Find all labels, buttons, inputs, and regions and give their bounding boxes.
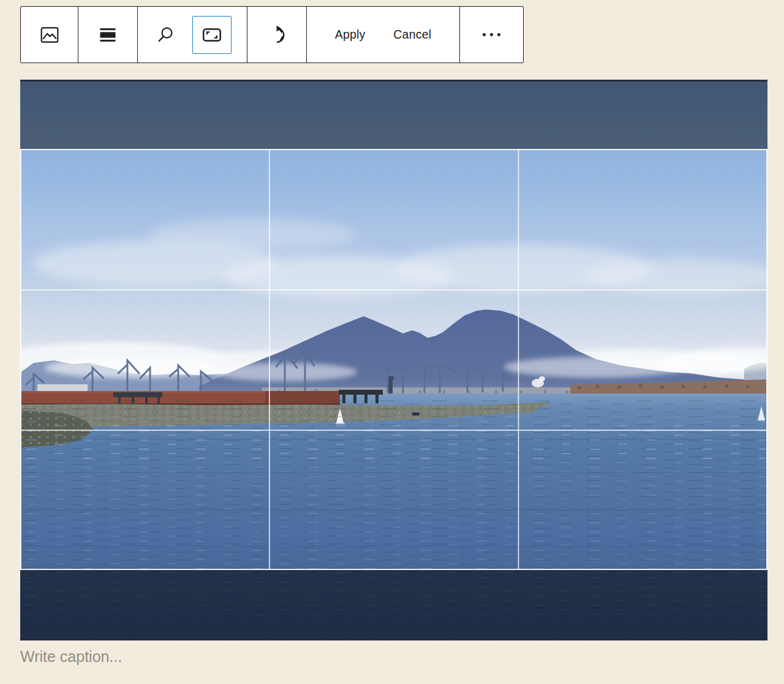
rotate-button[interactable]: [265, 23, 289, 47]
photo-scene: [20, 80, 767, 640]
image-block-type-button[interactable]: [37, 23, 62, 47]
image-icon: [37, 23, 62, 47]
cancel-button[interactable]: Cancel: [393, 28, 431, 42]
zoom-button[interactable]: [153, 23, 178, 47]
image-crop-canvas[interactable]: [20, 80, 767, 640]
align-none-icon: [96, 23, 120, 47]
rotate-icon: [265, 23, 289, 47]
aspect-ratio-icon: [200, 23, 224, 47]
zoom-icon: [153, 23, 178, 47]
caption-input[interactable]: Write caption...: [20, 648, 122, 666]
apply-button[interactable]: Apply: [335, 28, 366, 42]
block-toolbar: Apply Cancel: [20, 6, 524, 63]
alignment-button[interactable]: [96, 23, 120, 47]
more-options-button[interactable]: [483, 33, 500, 36]
aspect-ratio-button[interactable]: [192, 16, 232, 54]
more-options-icon: [483, 33, 500, 36]
